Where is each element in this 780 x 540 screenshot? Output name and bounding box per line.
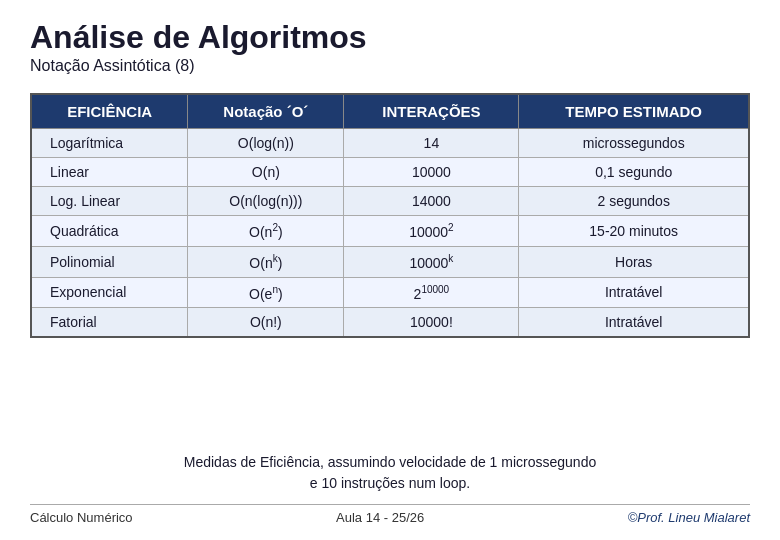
bottom-left: Cálculo Numérico [30,510,133,525]
cell-interacoes: 10000! [344,308,519,338]
table-row: Log. LinearO(n(log(n)))140002 segundos [31,187,749,216]
cell-interacoes: 210000 [344,277,519,308]
cell-interacoes: 14 [344,129,519,158]
cell-eficiencia: Log. Linear [31,187,188,216]
cell-notacao: O(n(log(n))) [188,187,344,216]
sub-title: Notação Assintótica (8) [30,57,750,75]
cell-tempo: Intratável [519,277,749,308]
cell-eficiencia: Fatorial [31,308,188,338]
bottom-right: ©Prof. Lineu Mialaret [628,510,750,525]
cell-notacao: O(en) [188,277,344,308]
col-header-interacoes: INTERAÇÕES [344,94,519,129]
cell-eficiencia: Exponencial [31,277,188,308]
table-header-row: EFICIÊNCIA Notação ´O´ INTERAÇÕES TEMPO … [31,94,749,129]
cell-notacao: O(n) [188,158,344,187]
cell-notacao: O(nk) [188,246,344,277]
cell-tempo: Intratável [519,308,749,338]
cell-interacoes: 14000 [344,187,519,216]
table-row: PolinomialO(nk)10000kHoras [31,246,749,277]
bottom-bar: Cálculo Numérico Aula 14 - 25/26 ©Prof. … [30,504,750,525]
cell-interacoes: 10000k [344,246,519,277]
table-container: EFICIÊNCIA Notação ´O´ INTERAÇÕES TEMPO … [30,93,750,442]
cell-notacao: O(log(n)) [188,129,344,158]
footer-note-line2: e 10 instruções num loop. [310,475,470,491]
cell-tempo: microssegundos [519,129,749,158]
main-title: Análise de Algoritmos [30,20,750,55]
cell-interacoes: 100002 [344,216,519,247]
cell-interacoes: 10000 [344,158,519,187]
header: Análise de Algoritmos Notação Assintótic… [30,20,750,75]
cell-tempo: 15-20 minutos [519,216,749,247]
table-row: ExponencialO(en)210000Intratável [31,277,749,308]
col-header-notacao: Notação ´O´ [188,94,344,129]
table-row: LinearO(n)100000,1 segundo [31,158,749,187]
table-row: LogarítmicaO(log(n))14microssegundos [31,129,749,158]
table-row: QuadráticaO(n2)10000215-20 minutos [31,216,749,247]
table-row: FatorialO(n!)10000!Intratável [31,308,749,338]
cell-eficiencia: Linear [31,158,188,187]
page: Análise de Algoritmos Notação Assintótic… [0,0,780,540]
col-header-tempo: TEMPO ESTIMADO [519,94,749,129]
cell-notacao: O(n!) [188,308,344,338]
cell-eficiencia: Quadrática [31,216,188,247]
footer-note-line1: Medidas de Eficiência, assumindo velocid… [184,454,596,470]
cell-eficiencia: Polinomial [31,246,188,277]
efficiency-table: EFICIÊNCIA Notação ´O´ INTERAÇÕES TEMPO … [30,93,750,338]
cell-tempo: 0,1 segundo [519,158,749,187]
bottom-center: Aula 14 - 25/26 [336,510,424,525]
cell-eficiencia: Logarítmica [31,129,188,158]
cell-tempo: 2 segundos [519,187,749,216]
footer-note: Medidas de Eficiência, assumindo velocid… [30,452,750,494]
cell-tempo: Horas [519,246,749,277]
cell-notacao: O(n2) [188,216,344,247]
col-header-eficiencia: EFICIÊNCIA [31,94,188,129]
